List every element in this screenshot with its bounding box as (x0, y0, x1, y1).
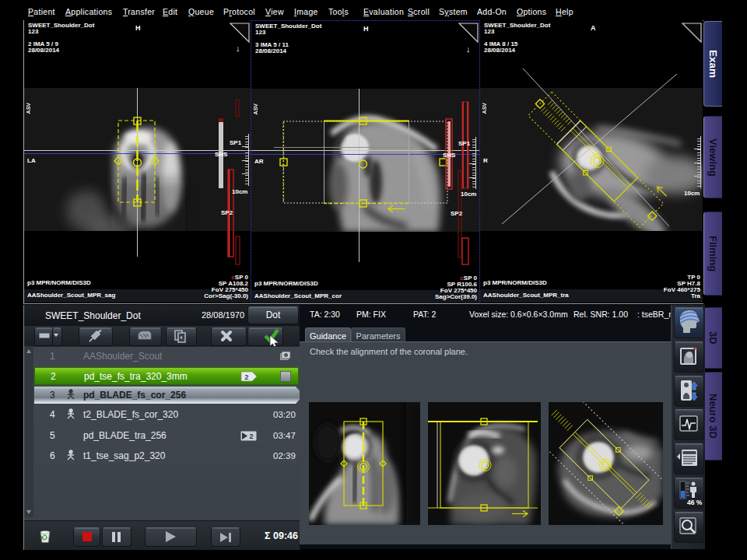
svg-text:2: 2 (244, 373, 248, 381)
svg-text:46 %: 46 % (687, 499, 703, 506)
svg-text:2: 2 (249, 432, 253, 440)
